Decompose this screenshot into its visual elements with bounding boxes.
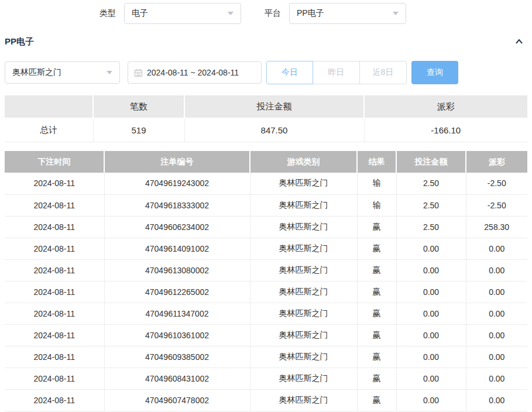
platform-label: 平台	[265, 8, 281, 19]
header-game-type: 游戏类别	[250, 151, 357, 173]
summary-header-row: 笔数 投注金额 派彩	[5, 95, 527, 118]
table-row: 2024-08-1147049610361002奥林匹斯之门赢0.000.00	[5, 324, 527, 346]
type-label: 类型	[99, 8, 116, 19]
cell-bet-id: 47049618333002	[104, 194, 250, 216]
cell-result: 赢	[357, 368, 396, 389]
table-row: 2024-08-1147049619243002奥林匹斯之门输2.50-2.50	[5, 173, 527, 194]
cell-bet-id: 47049610361002	[104, 324, 250, 346]
cell-bet-time: 2024-08-11	[5, 194, 104, 216]
bet-table-header-row: 下注时间 注单编号 游戏类别 结果 投注金额 派彩	[5, 151, 527, 173]
cell-bet-amount: 2.50	[396, 173, 466, 194]
header-result: 结果	[357, 151, 396, 173]
cell-game-type: 奥林匹斯之门	[250, 281, 357, 303]
cell-game-type: 奥林匹斯之门	[250, 216, 357, 238]
bet-table: 下注时间 注单编号 游戏类别 结果 投注金额 派彩 2024-08-114704…	[5, 151, 527, 411]
summary-total-label: 总计	[5, 118, 93, 142]
quick-button-today[interactable]: 今日	[266, 61, 313, 84]
cell-game-type: 奥林匹斯之门	[250, 368, 357, 389]
chevron-up-icon[interactable]	[514, 37, 524, 46]
filter-row: 奥林匹斯之门 2024-08-11 ~ 2024-08-11 今日 昨日 近8日…	[5, 61, 458, 84]
summary-header-bet-amount: 投注金额	[184, 95, 364, 118]
header-bet-id: 注单编号	[104, 151, 250, 173]
cell-bet-time: 2024-08-11	[5, 238, 104, 259]
header-bet-time: 下注时间	[5, 151, 104, 173]
summary-table: 笔数 投注金额 派彩 总计 519 847.50 -166.10	[5, 95, 527, 142]
cell-bet-amount: 2.50	[396, 194, 466, 216]
summary-header-count: 笔数	[93, 95, 184, 118]
cell-bet-time: 2024-08-11	[5, 324, 104, 346]
chevron-down-icon	[228, 12, 234, 15]
summary-header-payout: 派彩	[364, 95, 527, 118]
cell-bet-time: 2024-08-11	[5, 389, 104, 411]
cell-payout: 0.00	[466, 389, 527, 411]
cell-result: 赢	[357, 238, 396, 259]
cell-bet-id: 47049609385002	[104, 346, 250, 368]
cell-payout: 0.00	[466, 346, 527, 368]
cell-payout: -2.50	[466, 173, 527, 194]
cell-payout: 0.00	[466, 281, 527, 303]
summary-count-value: 519	[93, 118, 184, 142]
cell-bet-amount: 0.00	[396, 303, 466, 324]
cell-game-type: 奥林匹斯之门	[250, 346, 357, 368]
section-title: PP电子	[5, 36, 34, 47]
cell-bet-time: 2024-08-11	[5, 281, 104, 303]
chevron-down-icon	[393, 12, 399, 15]
type-select-value: 电子	[132, 8, 148, 19]
cell-payout: 0.00	[466, 324, 527, 346]
cell-payout: 258.30	[466, 216, 527, 238]
table-row: 2024-08-1147049606234002奥林匹斯之门赢2.50258.3…	[5, 216, 527, 238]
game-select-value: 奥林匹斯之门	[12, 67, 61, 78]
table-row: 2024-08-1147049611347002奥林匹斯之门赢0.000.00	[5, 303, 527, 324]
cell-result: 赢	[357, 216, 396, 238]
cell-bet-amount: 0.00	[396, 368, 466, 389]
cell-bet-time: 2024-08-11	[5, 368, 104, 389]
date-range-input[interactable]: 2024-08-11 ~ 2024-08-11	[128, 61, 262, 84]
cell-bet-id: 47049612265002	[104, 281, 250, 303]
table-row: 2024-08-1147049613080002奥林匹斯之门赢0.000.00	[5, 259, 527, 281]
cell-bet-id: 47049608431002	[104, 368, 250, 389]
quick-button-yesterday[interactable]: 昨日	[313, 61, 360, 84]
page: 类型 电子 平台 PP电子 PP电子 奥林匹斯之门	[0, 0, 532, 412]
cell-bet-amount: 0.00	[396, 346, 466, 368]
cell-bet-id: 47049613080002	[104, 259, 250, 281]
table-row: 2024-08-1147049618333002奥林匹斯之门输2.50-2.50	[5, 194, 527, 216]
cell-payout: -2.50	[466, 194, 527, 216]
cell-bet-time: 2024-08-11	[5, 216, 104, 238]
cell-game-type: 奥林匹斯之门	[250, 173, 357, 194]
cell-result: 输	[357, 194, 396, 216]
quick-range-button-group: 今日 昨日 近8日	[266, 61, 407, 84]
cell-payout: 0.00	[466, 368, 527, 389]
cell-game-type: 奥林匹斯之门	[250, 259, 357, 281]
game-select[interactable]: 奥林匹斯之门	[5, 61, 120, 84]
type-select[interactable]: 电子	[124, 3, 241, 24]
cell-result: 输	[357, 173, 396, 194]
platform-select-value: PP电子	[297, 8, 324, 19]
quick-button-last8days[interactable]: 近8日	[360, 61, 407, 84]
cell-result: 赢	[357, 281, 396, 303]
cell-game-type: 奥林匹斯之门	[250, 324, 357, 346]
cell-bet-id: 47049606234002	[104, 216, 250, 238]
bet-table-body: 2024-08-1147049619243002奥林匹斯之门输2.50-2.50…	[5, 173, 527, 411]
header-payout: 派彩	[466, 151, 527, 173]
cell-payout: 0.00	[466, 238, 527, 259]
platform-select[interactable]: PP电子	[289, 3, 406, 24]
cell-bet-amount: 0.00	[396, 324, 466, 346]
header-bet-amount: 投注金额	[396, 151, 466, 173]
table-row: 2024-08-1147049609385002奥林匹斯之门赢0.000.00	[5, 346, 527, 368]
cell-result: 赢	[357, 389, 396, 411]
cell-result: 赢	[357, 324, 396, 346]
summary-payout-value: -166.10	[364, 118, 527, 142]
search-button[interactable]: 查询	[411, 61, 458, 84]
cell-bet-time: 2024-08-11	[5, 259, 104, 281]
cell-result: 赢	[357, 303, 396, 324]
chevron-down-icon	[107, 71, 112, 74]
table-row: 2024-08-1147049614091002奥林匹斯之门赢0.000.00	[5, 238, 527, 259]
cell-result: 赢	[357, 346, 396, 368]
section-header: PP电子	[5, 34, 524, 49]
cell-bet-time: 2024-08-11	[5, 303, 104, 324]
cell-bet-amount: 0.00	[396, 281, 466, 303]
top-filter-bar: 类型 电子 平台 PP电子	[99, 2, 406, 25]
calendar-icon	[134, 68, 143, 77]
cell-bet-id: 47049611347002	[104, 303, 250, 324]
cell-bet-id: 47049607478002	[104, 389, 250, 411]
